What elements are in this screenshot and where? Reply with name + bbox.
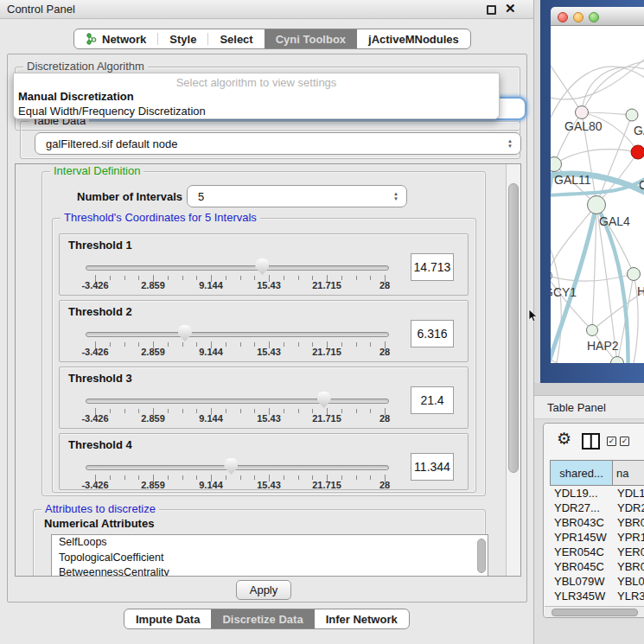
table-cell[interactable]: YER054C (550, 545, 613, 559)
slider-tick-label: 2.859 (131, 347, 175, 357)
numerical-attributes-list[interactable]: SelfLoopsTopologicalCoefficientBetweenne… (51, 534, 488, 577)
slider-tick-label: 2.859 (131, 480, 175, 490)
slider-thumb[interactable] (317, 392, 331, 408)
network-node-gcy1[interactable] (551, 271, 552, 282)
tab-infer-network[interactable]: Infer Network (315, 609, 409, 628)
table-cell[interactable]: YER0 (613, 545, 644, 559)
slider-tick (124, 342, 125, 347)
network-edge[interactable] (551, 276, 592, 330)
table-cell[interactable]: YBR0 (613, 515, 644, 530)
network-node-gal4[interactable] (588, 196, 606, 214)
table-row[interactable]: YBL079WYBL0 (550, 574, 644, 589)
tab-style[interactable]: Style (158, 29, 207, 48)
close-traffic-light-icon[interactable] (558, 12, 568, 22)
vertical-scrollbar-thumb[interactable] (508, 183, 519, 473)
threshold-value-field[interactable] (411, 253, 454, 281)
slider-tick-label: 9.144 (189, 480, 233, 490)
table-cell[interactable]: YPR145W (550, 530, 613, 545)
slider-track[interactable] (86, 399, 389, 404)
threshold-value-field[interactable] (411, 386, 454, 414)
network-edge[interactable] (551, 52, 582, 112)
network-edge[interactable] (551, 354, 617, 363)
threshold-label: Threshold 4 (68, 438, 132, 451)
table-row[interactable]: YDR27...YDR2 (550, 501, 644, 515)
network-canvas[interactable]: GAL80GACGAL11GAL4GCY1HAHAP2 (551, 26, 644, 363)
close-icon[interactable]: ✕ (505, 1, 516, 16)
network-node-hap2[interactable] (587, 325, 598, 336)
attribute-list-item[interactable]: BetweennessCentrality (52, 565, 488, 577)
table-column-header[interactable]: na (613, 460, 644, 486)
zoom-traffic-light-icon[interactable] (589, 12, 599, 22)
threshold-label: Threshold 1 (68, 239, 132, 252)
gear-icon[interactable]: ⚙ (557, 430, 571, 449)
table-cell[interactable]: YDL19... (550, 486, 613, 501)
slider-tick (124, 409, 125, 413)
number-of-intervals-select[interactable]: 5 (187, 185, 407, 207)
table-column-header[interactable]: shared... (550, 460, 613, 486)
network-node-label: C (639, 178, 644, 192)
slider-thumb[interactable] (255, 258, 269, 275)
table-cell[interactable]: YBR045C (550, 559, 613, 574)
slider-track[interactable] (86, 265, 389, 271)
table-row[interactable]: YLR345WYLR3 (550, 589, 644, 603)
table-cell[interactable]: YBR043C (550, 515, 613, 530)
horizontal-scrollbar[interactable] (545, 606, 644, 618)
table-cell[interactable]: YBR0 (613, 559, 644, 574)
slider-thumb[interactable] (178, 325, 192, 341)
stepper-arrows-icon[interactable] (389, 191, 403, 201)
network-node-ha[interactable] (628, 268, 641, 281)
network-node-ga[interactable] (626, 109, 638, 121)
network-edge[interactable] (554, 150, 638, 164)
checkbox-icon[interactable] (607, 437, 616, 446)
network-node-c[interactable] (631, 145, 644, 159)
tab-impute-data[interactable]: Impute Data (124, 609, 211, 628)
tab-label: Network (102, 33, 146, 46)
table-cell[interactable]: YDR2 (613, 501, 644, 515)
table-cell[interactable]: YBL0 (613, 574, 644, 589)
table-cell[interactable]: YPR1 (613, 530, 644, 545)
threshold-label: Threshold 3 (68, 372, 132, 385)
slider-track[interactable] (86, 332, 389, 337)
table-row[interactable]: YER054CYER0 (550, 545, 644, 559)
tab-select[interactable]: Select (208, 29, 264, 48)
attribute-list-item[interactable]: TopologicalCoefficient (52, 551, 488, 566)
table-cell[interactable]: YDR27... (550, 501, 613, 515)
table-cell[interactable]: YDL1 (613, 486, 644, 501)
table-cell[interactable]: YLR3 (613, 589, 644, 603)
apply-button[interactable]: Apply (236, 580, 291, 600)
table-row[interactable]: YPR145WYPR1 (550, 530, 644, 545)
network-node-gal11[interactable] (551, 157, 562, 172)
threshold-panel: Threshold 1 -3.4262.8599.14415.4321.7152… (59, 233, 469, 296)
columns-icon[interactable] (582, 433, 600, 450)
minimize-traffic-light-icon[interactable] (573, 12, 583, 22)
tab-discretize-data[interactable]: Discretize Data (211, 609, 314, 628)
horizontal-scrollbar-thumb[interactable] (552, 609, 638, 616)
list-scrollbar-thumb[interactable] (477, 539, 486, 573)
number-of-intervals-label: Number of Intervals (77, 190, 182, 203)
slider-thumb[interactable] (224, 458, 238, 475)
float-window-icon[interactable] (487, 5, 496, 15)
table-cell[interactable]: YBL079W (550, 574, 613, 589)
stepper-arrows-icon[interactable] (503, 138, 517, 149)
slider-tick-label: 9.144 (189, 347, 233, 357)
algorithm-option[interactable]: Equal Width/Frequency Discretization (14, 104, 499, 118)
threshold-value-field[interactable] (411, 453, 454, 481)
attribute-list-item[interactable]: SelfLoops (52, 535, 488, 551)
network-edge[interactable] (582, 67, 644, 112)
table-row[interactable]: YBR043CYBR0 (550, 515, 644, 530)
algorithm-option[interactable]: Manual Discretization (14, 89, 499, 104)
network-edge[interactable] (592, 290, 644, 330)
network-node-gal80[interactable] (576, 106, 589, 119)
tab-cyni-toolbox[interactable]: Cyni Toolbox (265, 29, 357, 48)
tab-network[interactable]: Network (74, 29, 157, 48)
vertical-scrollbar[interactable] (506, 164, 520, 576)
slider-tick (124, 475, 125, 480)
table-cell[interactable]: YLR345W (550, 589, 613, 603)
checkbox-icon[interactable] (620, 437, 629, 446)
table-data-select[interactable]: galFiltered.sif default node (35, 132, 521, 155)
table-row[interactable]: YBR045CYBR0 (550, 559, 644, 574)
threshold-value-field[interactable] (411, 320, 454, 348)
slider-tick-label: 15.43 (247, 280, 290, 290)
table-row[interactable]: YDL19...YDL1 (550, 486, 644, 501)
tab-jactivemnodules[interactable]: jActiveMNodules (357, 29, 470, 48)
